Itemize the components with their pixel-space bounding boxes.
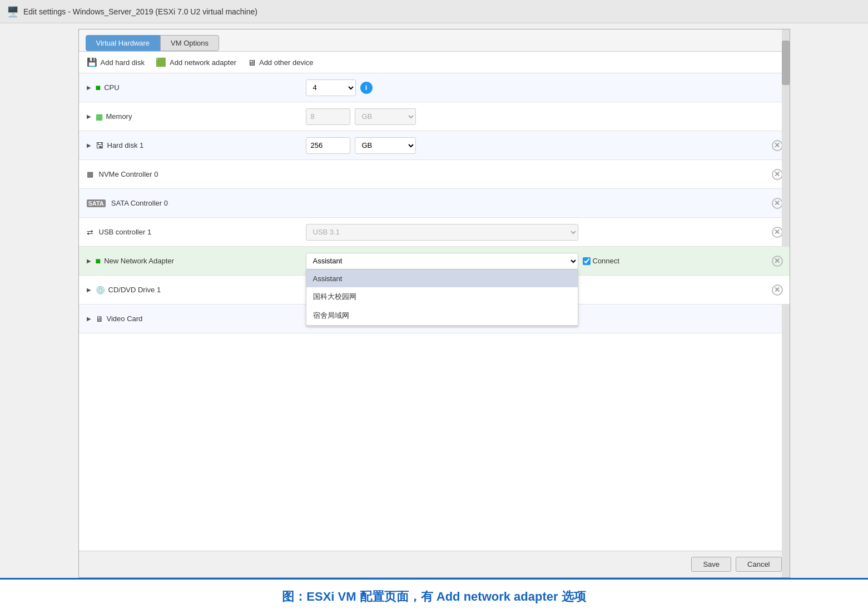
cd-dvd-drive-1-label: ▶ 💿 CD/DVD Drive 1 (79, 286, 301, 294)
new-network-adapter-icon: ■ (96, 256, 101, 266)
hardware-list: ▶ ■ CPU 4128 i ▶ ▦ (79, 73, 790, 551)
sata-controller-0-label: SATA SATA Controller 0 (79, 199, 301, 207)
nvme-icon: ▦ (87, 170, 93, 178)
row-nvme-controller-0: ▦ NVMe Controller 0 ✕ (79, 160, 790, 189)
add-other-device-label: Add other device (259, 58, 314, 67)
title-bar: 🖥️ Edit settings - Windows_Server_2019 (… (0, 0, 868, 23)
save-button[interactable]: Save (691, 557, 731, 572)
caption-text: 图：ESXi VM 配置页面，有 Add network adapter 选项 (282, 588, 586, 605)
new-network-adapter-expand[interactable]: ▶ (87, 258, 91, 264)
usb-controller-1-label: ⇄ USB controller 1 (79, 228, 301, 237)
memory-value-input[interactable] (306, 108, 350, 125)
add-network-adapter-label: Add network adapter (170, 58, 236, 67)
memory-controls: GBMB (301, 108, 790, 125)
hard-disk-1-icon: 🖫 (96, 141, 104, 150)
sata-icon: SATA (87, 199, 106, 207)
toolbar: 💾 Add hard disk 🟩 Add network adapter 🖥 … (79, 52, 790, 73)
new-network-adapter-label: ▶ ■ New Network Adapter (79, 256, 301, 266)
scrollbar-thumb[interactable] (782, 41, 790, 85)
cd-dvd-icon: 💿 (96, 286, 105, 294)
app-icon: 🖥️ (7, 6, 19, 18)
cpu-controls: 4128 i (301, 79, 790, 96)
row-cpu: ▶ ■ CPU 4128 i (79, 73, 790, 102)
network-dropdown-options: Assistant 国科大校园网 宿舍局域网 (306, 269, 578, 326)
memory-icon: ▦ (96, 112, 103, 121)
cpu-expand[interactable]: ▶ (87, 84, 91, 91)
row-usb-controller-1: ⇄ USB controller 1 USB 3.1USB 2.0 ✕ (79, 218, 790, 247)
cpu-info-icon[interactable]: i (360, 82, 373, 94)
memory-unit-select[interactable]: GBMB (355, 108, 416, 125)
network-adapter-icon: 🟩 (156, 57, 166, 67)
cpu-icon: ■ (96, 83, 101, 93)
video-card-expand[interactable]: ▶ (87, 316, 91, 322)
add-hard-disk-label: Add hard disk (101, 58, 145, 67)
usb-remove-icon[interactable]: ✕ (772, 227, 783, 238)
memory-expand[interactable]: ▶ (87, 113, 91, 119)
network-adapter-select[interactable]: Assistant 国科大校园网 宿舍局域网 (306, 253, 578, 269)
window-title: Edit settings - Windows_Server_2019 (ESX… (23, 7, 257, 16)
row-sata-controller-0: SATA SATA Controller 0 ✕ (79, 189, 790, 218)
dialog-footer: Save Cancel (79, 551, 790, 577)
cd-dvd-remove[interactable]: ✕ (772, 284, 790, 296)
row-memory: ▶ ▦ Memory GBMB (79, 102, 790, 131)
video-card-icon: 🖥 (96, 315, 103, 323)
network-option-dorm[interactable]: 宿舍局域网 (306, 306, 578, 325)
hard-disk-1-controls: GBMBTB (301, 137, 772, 154)
network-option-assistant[interactable]: Assistant (306, 270, 578, 287)
row-hard-disk-1: ▶ 🖫 Hard disk 1 GBMBTB ✕ (79, 131, 790, 160)
network-dropdown-container: Assistant 国科大校园网 宿舍局域网 Assistant 国科大校园网 … (306, 253, 578, 269)
add-network-adapter-button[interactable]: 🟩 Add network adapter (156, 57, 236, 67)
cpu-label: ▶ ■ CPU (79, 83, 301, 93)
network-adapter-remove[interactable]: ✕ (772, 256, 790, 267)
tab-bar: Virtual Hardware VM Options (79, 29, 790, 52)
hard-disk-1-size-input[interactable] (306, 137, 350, 154)
cd-dvd-drive-1-expand[interactable]: ▶ (87, 287, 91, 293)
row-new-network-adapter: ▶ ■ New Network Adapter Assistant 国科大校园网… (79, 247, 790, 276)
network-option-campus[interactable]: 国科大校园网 (306, 287, 578, 306)
hard-disk-icon: 💾 (87, 57, 97, 67)
nvme-controller-0-label: ▦ NVMe Controller 0 (79, 170, 301, 178)
tab-vm-options[interactable]: VM Options (160, 35, 219, 51)
hard-disk-1-remove-icon[interactable]: ✕ (772, 140, 783, 151)
caption-bar: 图：ESXi VM 配置页面，有 Add network adapter 选项 (0, 578, 868, 614)
usb-type-select[interactable]: USB 3.1USB 2.0 (306, 224, 578, 241)
nvme-remove-icon[interactable]: ✕ (772, 169, 783, 180)
cpu-count-select[interactable]: 4128 (306, 79, 356, 96)
cancel-button[interactable]: Cancel (736, 557, 781, 572)
usb-icon: ⇄ (87, 228, 93, 237)
sata-remove-icon[interactable]: ✕ (772, 198, 783, 209)
cd-dvd-remove-icon[interactable]: ✕ (772, 284, 783, 296)
video-card-label: ▶ 🖥 Video Card (79, 315, 301, 323)
hard-disk-1-unit-select[interactable]: GBMBTB (355, 137, 416, 154)
other-device-icon: 🖥 (247, 58, 256, 67)
network-connect-text: Connect (593, 257, 619, 265)
network-adapter-remove-icon[interactable]: ✕ (772, 256, 783, 267)
hard-disk-1-label: ▶ 🖫 Hard disk 1 (79, 141, 301, 150)
add-other-device-button[interactable]: 🖥 Add other device (247, 58, 314, 67)
network-connect-label: Connect (583, 257, 619, 265)
hard-disk-1-expand[interactable]: ▶ (87, 142, 91, 148)
add-hard-disk-button[interactable]: 💾 Add hard disk (87, 57, 145, 67)
new-network-adapter-controls: Assistant 国科大校园网 宿舍局域网 Assistant 国科大校园网 … (301, 253, 772, 269)
tab-virtual-hardware[interactable]: Virtual Hardware (86, 35, 161, 51)
network-connect-checkbox[interactable] (583, 257, 591, 265)
memory-label: ▶ ▦ Memory (79, 112, 301, 121)
usb-controls: USB 3.1USB 2.0 (301, 224, 772, 241)
